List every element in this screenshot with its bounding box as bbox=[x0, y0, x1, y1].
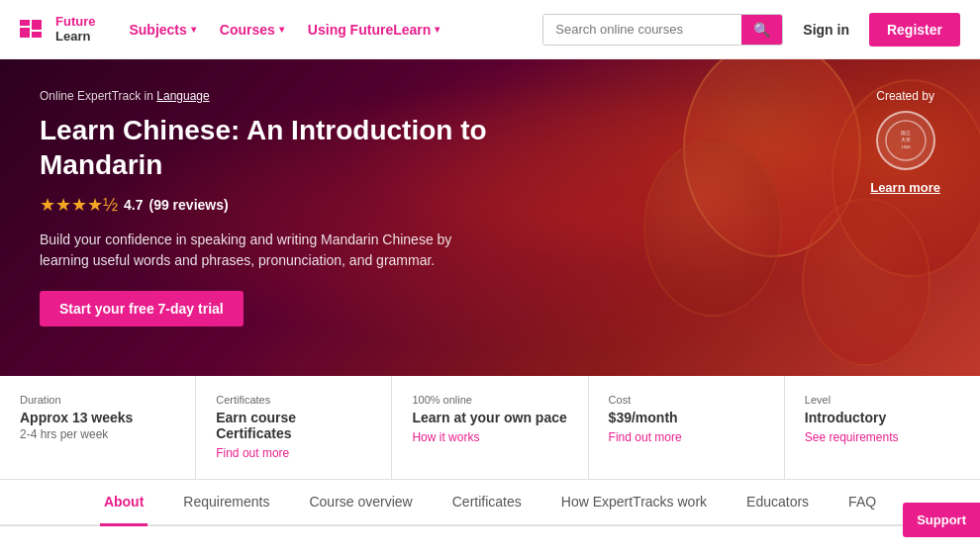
tab-educators[interactable]: Educators bbox=[742, 480, 813, 526]
chevron-down-icon: ▾ bbox=[279, 24, 284, 35]
tab-certificates[interactable]: Certificates bbox=[448, 480, 526, 526]
search-icon: 🔍 bbox=[753, 22, 770, 38]
support-button[interactable]: Support bbox=[903, 503, 980, 537]
tab-course-overview[interactable]: Course overview bbox=[305, 480, 416, 526]
tab-about[interactable]: About bbox=[100, 480, 147, 526]
info-duration: Duration Approx 13 weeks 2-4 hrs per wee… bbox=[0, 376, 196, 479]
logo-text: Future Learn bbox=[55, 15, 95, 44]
rating-section: ★★★★½ 4.7 (99 reviews) bbox=[40, 194, 535, 216]
svg-text:1949: 1949 bbox=[901, 144, 911, 149]
track-label: Online ExpertTrack in Language bbox=[40, 89, 535, 103]
track-link[interactable]: Language bbox=[156, 89, 209, 103]
chevron-down-icon: ▾ bbox=[191, 24, 196, 35]
created-by-section: Created by 国立 大学 1949 Learn more bbox=[870, 89, 940, 196]
info-level-link[interactable]: See requirements bbox=[805, 430, 899, 444]
info-duration-label: Duration bbox=[20, 394, 175, 406]
header: Future Learn Subjects ▾ Courses ▾ Using … bbox=[0, 0, 980, 59]
svg-rect-3 bbox=[32, 32, 42, 38]
lantern-3 bbox=[643, 139, 782, 317]
svg-rect-1 bbox=[32, 20, 42, 30]
info-online-link[interactable]: How it works bbox=[412, 430, 479, 444]
info-level: Level Introductory See requirements bbox=[785, 376, 980, 479]
logo[interactable]: Future Learn bbox=[20, 12, 95, 47]
info-online-label: 100% online bbox=[412, 394, 567, 406]
info-bar: Duration Approx 13 weeks 2-4 hrs per wee… bbox=[0, 376, 980, 480]
info-level-value: Introductory bbox=[805, 410, 960, 425]
hero-title: Learn Chinese: An Introduction to Mandar… bbox=[40, 113, 535, 182]
svg-text:国立: 国立 bbox=[901, 130, 911, 136]
main-nav: Subjects ▾ Courses ▾ Using FutureLearn ▾ bbox=[119, 14, 449, 46]
nav-courses[interactable]: Courses ▾ bbox=[210, 14, 294, 46]
info-certs-label: Certificates bbox=[216, 394, 371, 406]
info-cost-label: Cost bbox=[609, 394, 764, 406]
nav-using[interactable]: Using FutureLearn ▾ bbox=[298, 14, 449, 46]
tab-faq[interactable]: FAQ bbox=[844, 480, 880, 526]
hero-description: Build your confidence in speaking and wr… bbox=[40, 230, 475, 271]
hero-content: Online ExpertTrack in Language Learn Chi… bbox=[40, 89, 535, 326]
tab-requirements[interactable]: Requirements bbox=[179, 480, 273, 526]
info-certificates: Certificates Earn course Certificates Fi… bbox=[196, 376, 392, 479]
info-level-label: Level bbox=[805, 394, 960, 406]
info-cost: Cost $39/month Find out more bbox=[589, 376, 785, 479]
info-certs-link[interactable]: Find out more bbox=[216, 446, 289, 460]
info-duration-sub: 2-4 hrs per week bbox=[20, 427, 175, 441]
info-online-value: Learn at your own pace bbox=[412, 410, 567, 425]
tab-how-expert-tracks[interactable]: How ExpertTracks work bbox=[557, 480, 711, 526]
created-by-label: Created by bbox=[870, 89, 940, 103]
trial-button[interactable]: Start your free 7-day trial bbox=[40, 291, 244, 326]
register-button[interactable]: Register bbox=[869, 13, 960, 46]
info-cost-link[interactable]: Find out more bbox=[609, 430, 682, 444]
learn-more-link[interactable]: Learn more bbox=[870, 180, 940, 195]
sign-in-link[interactable]: Sign in bbox=[795, 14, 857, 46]
rating-value: 4.7 bbox=[124, 197, 143, 213]
hero-section: Online ExpertTrack in Language Learn Chi… bbox=[0, 59, 980, 376]
chevron-down-icon: ▾ bbox=[435, 24, 440, 35]
search-area: 🔍 Sign in Register bbox=[542, 13, 960, 46]
university-badge: 国立 大学 1949 bbox=[876, 111, 935, 170]
info-certs-value: Earn course Certificates bbox=[216, 410, 371, 441]
info-online: 100% online Learn at your own pace How i… bbox=[392, 376, 588, 479]
info-cost-value: $39/month bbox=[609, 410, 764, 425]
star-rating: ★★★★½ bbox=[40, 194, 118, 216]
search-button[interactable]: 🔍 bbox=[741, 15, 782, 45]
search-input[interactable] bbox=[543, 15, 741, 44]
lantern-4 bbox=[802, 198, 931, 366]
svg-rect-0 bbox=[20, 28, 30, 38]
nav-subjects[interactable]: Subjects ▾ bbox=[119, 14, 205, 46]
tab-nav: About Requirements Course overview Certi… bbox=[0, 480, 980, 526]
svg-rect-2 bbox=[20, 20, 30, 26]
svg-text:大学: 大学 bbox=[901, 137, 911, 142]
search-box: 🔍 bbox=[542, 14, 783, 46]
logo-icon bbox=[20, 12, 48, 47]
rating-reviews: (99 reviews) bbox=[148, 197, 228, 213]
info-duration-value: Approx 13 weeks bbox=[20, 410, 175, 425]
main-content: Discover the world's most commonly spoke… bbox=[0, 526, 980, 557]
